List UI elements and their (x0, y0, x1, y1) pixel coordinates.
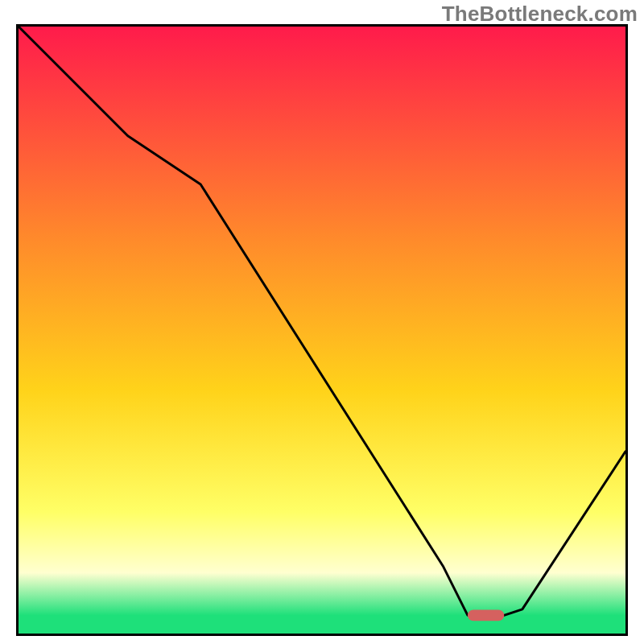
optimal-range-marker (468, 609, 504, 621)
plot-area (16, 24, 628, 636)
chart-container: TheBottleneck.com (0, 0, 644, 644)
watermark-text: TheBottleneck.com (442, 2, 638, 27)
chart-svg (19, 27, 625, 634)
